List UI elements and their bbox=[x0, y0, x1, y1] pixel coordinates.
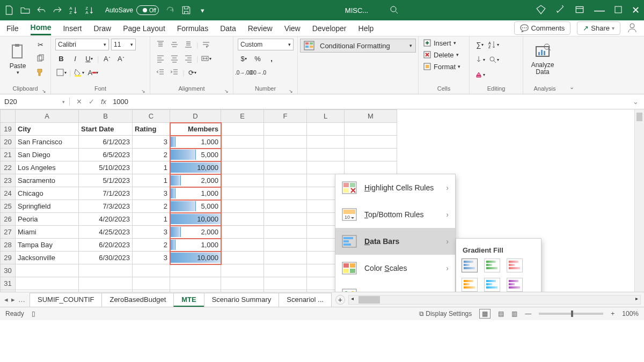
font-color-button[interactable]: A▾ bbox=[87, 67, 99, 78]
cell-A30[interactable] bbox=[16, 264, 79, 277]
maximize-icon[interactable] bbox=[614, 6, 622, 15]
new-file-icon[interactable] bbox=[4, 5, 14, 15]
cell-D30[interactable] bbox=[170, 264, 221, 277]
open-icon[interactable] bbox=[20, 5, 30, 15]
grid[interactable]: ABCDEFLM19 City Start Date Rating Member… bbox=[0, 109, 644, 292]
cell-C22[interactable]: 1 bbox=[133, 161, 170, 174]
cell-M20[interactable] bbox=[345, 136, 397, 149]
cell-B32[interactable] bbox=[79, 290, 133, 292]
cell-B23[interactable]: 5/1/2023 bbox=[79, 174, 133, 187]
undo-icon[interactable] bbox=[36, 5, 46, 15]
col-header-C[interactable]: C bbox=[133, 110, 170, 123]
format-cells-button[interactable]: Format▾ bbox=[423, 62, 460, 71]
align-center-icon[interactable] bbox=[169, 53, 180, 64]
cell-C20[interactable]: 3 bbox=[133, 136, 170, 149]
minimize-icon[interactable]: — bbox=[594, 4, 605, 17]
cell-D31[interactable] bbox=[170, 277, 221, 290]
cf-icon-sets[interactable]: Icon Sets› bbox=[335, 282, 455, 292]
tab-home[interactable]: Home bbox=[31, 21, 52, 35]
cell-D21[interactable]: 5,000 bbox=[170, 149, 221, 161]
cell-E27[interactable] bbox=[221, 226, 264, 239]
cell-A32[interactable] bbox=[16, 290, 79, 292]
row-header-19[interactable]: 19 bbox=[1, 123, 16, 136]
insert-cells-button[interactable]: Insert▾ bbox=[423, 39, 456, 47]
diamond-icon[interactable] bbox=[536, 5, 546, 16]
ribbon-collapse-icon[interactable]: ⌄ bbox=[569, 84, 574, 91]
row-header-28[interactable]: 28 bbox=[1, 239, 16, 252]
autosum-icon[interactable]: ∑▾ bbox=[474, 39, 486, 50]
cell-D23[interactable]: 2,000 bbox=[170, 174, 221, 187]
cell-D29[interactable]: 10,000 bbox=[170, 252, 221, 264]
cell-C19[interactable]: Rating bbox=[133, 123, 170, 136]
border-button[interactable]: ▾ bbox=[55, 67, 67, 78]
merge-center-icon[interactable]: ▾ bbox=[200, 53, 212, 64]
number-format-combo[interactable]: Custom▾ bbox=[238, 39, 294, 50]
tab-ellipsis-icon[interactable]: … bbox=[18, 295, 25, 304]
cell-B20[interactable]: 6/1/2023 bbox=[79, 136, 133, 149]
cell-C30[interactable] bbox=[133, 264, 170, 277]
clear-icon[interactable]: ▾ bbox=[474, 69, 486, 80]
cell-E32[interactable] bbox=[221, 290, 264, 292]
cell-A24[interactable]: Chicago bbox=[16, 187, 79, 200]
row-header-27[interactable]: 27 bbox=[1, 226, 16, 239]
cell-F25[interactable] bbox=[264, 200, 307, 213]
view-normal-icon[interactable]: ▦ bbox=[479, 309, 491, 319]
cell-B29[interactable]: 6/30/2023 bbox=[79, 252, 133, 264]
display-settings-button[interactable]: ⧉ Display Settings bbox=[419, 310, 472, 317]
comma-format-icon[interactable]: , bbox=[266, 53, 277, 64]
row-header-26[interactable]: 26 bbox=[1, 213, 16, 226]
cell-C32[interactable] bbox=[133, 290, 170, 292]
wand-icon[interactable] bbox=[555, 5, 565, 16]
cell-C21[interactable]: 2 bbox=[133, 149, 170, 161]
cell-E20[interactable] bbox=[221, 136, 264, 149]
row-header-30[interactable]: 30 bbox=[1, 264, 16, 277]
font-launcher[interactable] bbox=[141, 86, 148, 93]
align-left-icon[interactable] bbox=[155, 53, 166, 64]
fill-icon[interactable]: ▾ bbox=[474, 54, 486, 65]
cell-D26[interactable]: 10,000 bbox=[170, 213, 221, 226]
cell-E31[interactable] bbox=[221, 277, 264, 290]
number-launcher[interactable] bbox=[289, 86, 295, 93]
cell-A31[interactable] bbox=[16, 277, 79, 290]
row-header-29[interactable]: 29 bbox=[1, 252, 16, 264]
tab-pagelayout[interactable]: Page Layout bbox=[123, 22, 165, 35]
col-header-F[interactable]: F bbox=[264, 110, 307, 123]
share-button[interactable]: ↗Share▾ bbox=[577, 21, 620, 35]
cell-B21[interactable]: 6/5/2023 bbox=[79, 149, 133, 161]
cell-F24[interactable] bbox=[264, 187, 307, 200]
tab-data[interactable]: Data bbox=[220, 22, 236, 35]
row-header-32[interactable]: 32 bbox=[1, 290, 16, 292]
cell-E19[interactable] bbox=[221, 123, 264, 136]
sheet-tab-sumif_countif[interactable]: SUMIF_COUNTIF bbox=[30, 293, 102, 307]
cell-D28[interactable]: 1,000 bbox=[170, 239, 221, 252]
tab-formulas[interactable]: Formulas bbox=[177, 22, 208, 35]
save-icon[interactable] bbox=[181, 5, 191, 15]
col-header-A[interactable]: A bbox=[16, 110, 79, 123]
cell-A26[interactable]: Peoria bbox=[16, 213, 79, 226]
delete-cells-button[interactable]: Delete▾ bbox=[423, 50, 459, 59]
tab-first-icon[interactable]: ◂ bbox=[4, 295, 8, 304]
increase-font-icon[interactable]: A˄ bbox=[101, 53, 113, 64]
fx-icon[interactable]: fx bbox=[101, 98, 106, 106]
sort-asc-icon[interactable]: AZ bbox=[69, 5, 78, 15]
cf-highlight-cells-rules[interactable]: Highlight Cells Rules› bbox=[335, 174, 455, 201]
row-header-21[interactable]: 21 bbox=[1, 149, 16, 161]
cell-C25[interactable]: 2 bbox=[133, 200, 170, 213]
fill-color-button[interactable]: ▾ bbox=[73, 67, 85, 78]
cell-B27[interactable]: 4/25/2023 bbox=[79, 226, 133, 239]
name-box[interactable]: D20▾ bbox=[0, 98, 70, 106]
cell-M19[interactable] bbox=[345, 123, 397, 136]
align-bottom-icon[interactable] bbox=[182, 39, 194, 50]
decrease-font-icon[interactable]: A˅ bbox=[115, 53, 127, 64]
percent-format-icon[interactable]: % bbox=[252, 53, 264, 64]
tab-developer[interactable]: Developer bbox=[312, 22, 347, 35]
align-top-icon[interactable] bbox=[155, 39, 166, 50]
cell-B25[interactable]: 7/3/2023 bbox=[79, 200, 133, 213]
increase-indent-icon[interactable] bbox=[169, 67, 180, 78]
cell-B26[interactable]: 4/20/2023 bbox=[79, 213, 133, 226]
cell-F28[interactable] bbox=[264, 239, 307, 252]
font-name-combo[interactable]: Calibri▾ bbox=[55, 39, 109, 50]
cell-E29[interactable] bbox=[221, 252, 264, 264]
cell-A28[interactable]: Tampa Bay bbox=[16, 239, 79, 252]
comments-button[interactable]: 💬Comments bbox=[514, 21, 570, 35]
